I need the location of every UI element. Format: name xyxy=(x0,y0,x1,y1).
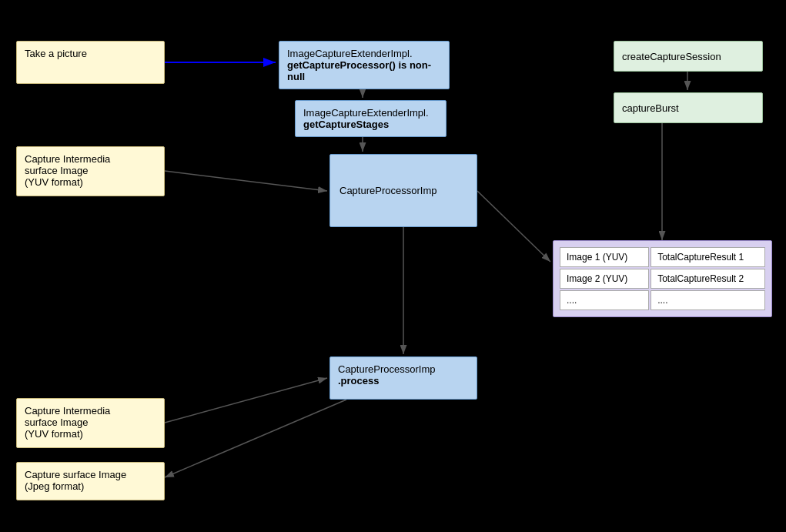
table-cell-dots2: .... xyxy=(651,290,765,310)
capture-intermedia2-line1: Capture Intermedia xyxy=(25,405,156,417)
capture-surface-jpeg-line2: (Jpeg format) xyxy=(25,480,156,492)
table-cell-dots1: .... xyxy=(560,290,649,310)
get-capture-processor-line1: ImageCaptureExtenderImpl. xyxy=(287,48,441,59)
capture-intermedia2-line2: surface Image xyxy=(25,417,156,428)
capture-surface-jpeg-node: Capture surface Image (Jpeg format) xyxy=(16,462,165,500)
svg-line-11 xyxy=(165,378,327,423)
capture-intermedia1-line2: surface Image xyxy=(25,165,156,176)
get-capture-processor-node: ImageCaptureExtenderImpl. getCaptureProc… xyxy=(279,41,450,89)
svg-line-6 xyxy=(477,191,550,262)
svg-line-9 xyxy=(165,171,327,191)
get-capture-processor-line2: getCaptureProcessor() is non-null xyxy=(287,59,441,82)
table-cell-result2: TotalCaptureResult 2 xyxy=(651,269,765,289)
capture-burst-label: captureBurst xyxy=(622,102,679,114)
get-capture-stages-node: ImageCaptureExtenderImpl. getCaptureStag… xyxy=(295,100,447,137)
capture-intermedia2-node: Capture Intermedia surface Image (YUV fo… xyxy=(16,398,165,448)
table-cell-image1: Image 1 (YUV) xyxy=(560,247,649,267)
capture-processor-imp1-node: CaptureProcessorImp xyxy=(329,154,477,227)
capture-intermedia1-line1: Capture Intermedia xyxy=(25,153,156,165)
capture-results-table: Image 1 (YUV) TotalCaptureResult 1 Image… xyxy=(560,247,765,310)
capture-intermedia1-node: Capture Intermedia surface Image (YUV fo… xyxy=(16,146,165,196)
capture-intermedia2-line3: (YUV format) xyxy=(25,428,156,440)
capture-processor-imp1-label: CaptureProcessorImp xyxy=(339,185,436,196)
table-cell-result1: TotalCaptureResult 1 xyxy=(651,247,765,267)
take-picture-node: Take a picture xyxy=(16,41,165,84)
capture-processor-process-line2: .process xyxy=(338,375,469,386)
create-capture-session-label: createCaptureSession xyxy=(622,51,721,62)
capture-surface-jpeg-line1: Capture surface Image xyxy=(25,469,156,480)
capture-intermedia1-line3: (YUV format) xyxy=(25,176,156,188)
capture-burst-node: captureBurst xyxy=(614,92,763,123)
capture-results-table-container: Image 1 (YUV) TotalCaptureResult 1 Image… xyxy=(553,240,772,317)
capture-processor-process-line1: CaptureProcessorImp xyxy=(338,363,469,375)
table-cell-image2: Image 2 (YUV) xyxy=(560,269,649,289)
create-capture-session-node: createCaptureSession xyxy=(614,41,763,72)
take-picture-label: Take a picture xyxy=(25,48,87,59)
svg-line-12 xyxy=(165,400,346,477)
get-capture-stages-line2: getCaptureStages xyxy=(303,119,438,130)
get-capture-stages-line1: ImageCaptureExtenderImpl. xyxy=(303,107,438,119)
capture-processor-process-node: CaptureProcessorImp .process xyxy=(329,356,477,400)
